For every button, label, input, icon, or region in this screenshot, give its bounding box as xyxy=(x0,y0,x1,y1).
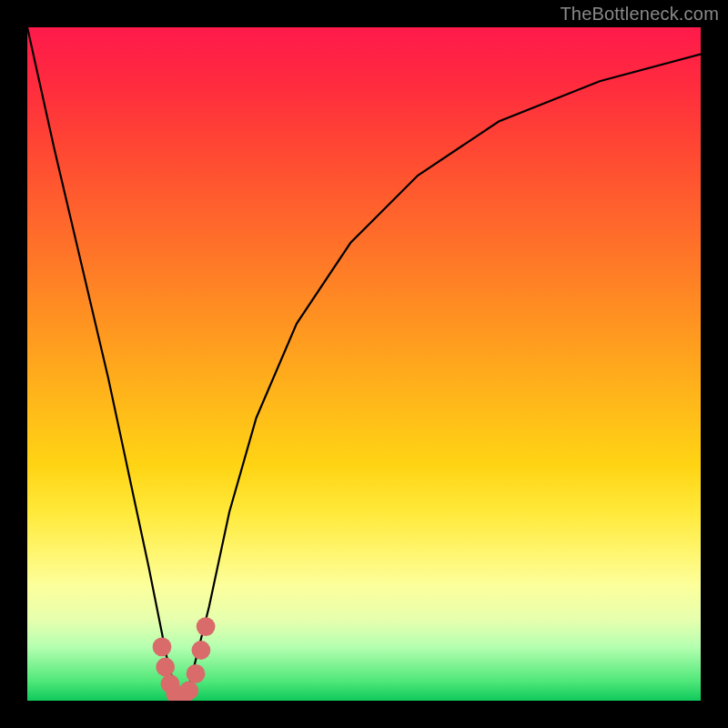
curve-marker xyxy=(153,637,172,656)
bottleneck-curve xyxy=(27,27,701,701)
watermark-text: TheBottleneck.com xyxy=(560,4,719,25)
plot-area xyxy=(27,27,701,701)
curve-marker xyxy=(179,682,198,701)
curve-marker xyxy=(156,658,175,677)
curve-layer xyxy=(27,27,701,701)
curve-marker xyxy=(197,617,216,636)
curve-marker xyxy=(192,641,211,660)
curve-marker xyxy=(187,664,206,683)
outer-frame: TheBottleneck.com xyxy=(0,0,728,728)
